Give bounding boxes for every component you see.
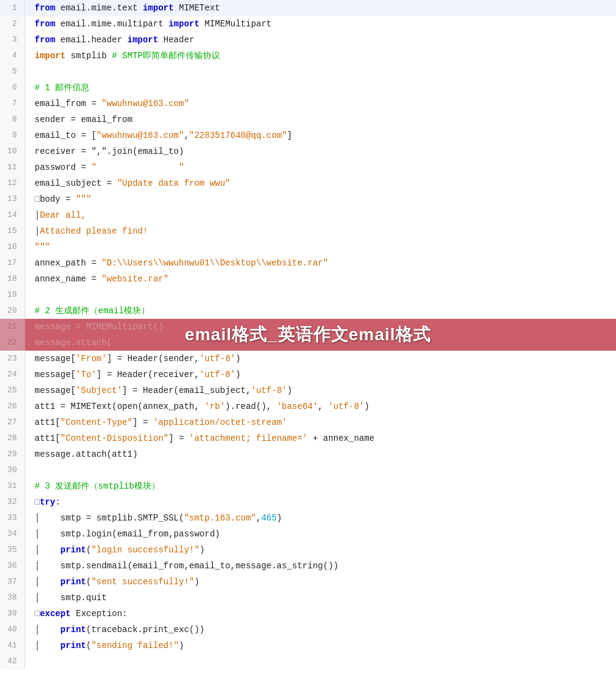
line-number: 32 bbox=[0, 494, 25, 510]
line-code bbox=[25, 462, 616, 478]
line-code: att1 = MIMEText(open(annex_path, 'rb').r… bbox=[25, 398, 616, 414]
line-code: │Attached please find! bbox=[25, 223, 616, 239]
line-number: 7 bbox=[0, 96, 25, 112]
table-row: 34│ smtp.login(email_from,password) bbox=[0, 526, 616, 542]
table-row: 24message['To'] = Header(receiver,'utf-8… bbox=[0, 367, 616, 383]
table-row: 16""" bbox=[0, 239, 616, 255]
line-code: message['From'] = Header(sender,'utf-8') bbox=[25, 351, 616, 367]
line-code: email_subject = "Update data from wwu" bbox=[25, 175, 616, 191]
code-table: 1from email.mime.text import MIMEText2fr… bbox=[0, 0, 616, 669]
line-code: │ smtp = smtplib.SMTP_SSL("smtp.163.com"… bbox=[25, 510, 616, 526]
table-row: 14│Dear all, bbox=[0, 207, 616, 223]
table-row: 29message.attach(att1) bbox=[0, 446, 616, 462]
line-code: from email.mime.multipart import MIMEMul… bbox=[25, 16, 616, 32]
table-row: 35│ print("login successfully!") bbox=[0, 542, 616, 558]
table-row: 17annex_path = "D:\\Users\\wwuhnwu01\\De… bbox=[0, 255, 616, 271]
table-row: 22message.attach( bbox=[0, 335, 616, 351]
line-code: □except Exception: bbox=[25, 606, 616, 622]
line-number: 19 bbox=[0, 287, 25, 303]
line-number: 1 bbox=[0, 0, 25, 16]
line-number: 4 bbox=[0, 48, 25, 64]
table-row: 19 bbox=[0, 287, 616, 303]
table-row: 33│ smtp = smtplib.SMTP_SSL("smtp.163.co… bbox=[0, 510, 616, 526]
line-number: 3 bbox=[0, 32, 25, 48]
table-row: 4import smtplib # SMTP即简单邮件传输协议 bbox=[0, 48, 616, 64]
line-code: message.attach( bbox=[25, 335, 616, 351]
line-number: 27 bbox=[0, 414, 25, 430]
line-code: annex_path = "D:\\Users\\wwuhnwu01\\Desk… bbox=[25, 255, 616, 271]
line-code: receiver = ",".join(email_to) bbox=[25, 143, 616, 159]
line-number: 23 bbox=[0, 351, 25, 367]
line-number: 15 bbox=[0, 223, 25, 239]
line-number: 9 bbox=[0, 128, 25, 143]
table-row: 23message['From'] = Header(sender,'utf-8… bbox=[0, 351, 616, 367]
line-number: 37 bbox=[0, 574, 25, 590]
line-code: import smtplib # SMTP即简单邮件传输协议 bbox=[25, 48, 616, 64]
line-number: 8 bbox=[0, 112, 25, 128]
line-number: 31 bbox=[0, 478, 25, 494]
line-code: message = MIMEMultipart() bbox=[25, 319, 616, 335]
table-row: 7email_from = "wwuhnwu@163.com" bbox=[0, 96, 616, 112]
table-row: 2from email.mime.multipart import MIMEMu… bbox=[0, 16, 616, 32]
line-number: 6 bbox=[0, 80, 25, 96]
line-number: 12 bbox=[0, 175, 25, 191]
line-code bbox=[25, 287, 616, 303]
line-number: 30 bbox=[0, 462, 25, 478]
table-row: 38│ smtp.quit bbox=[0, 590, 616, 606]
line-number: 20 bbox=[0, 303, 25, 319]
line-number: 25 bbox=[0, 383, 25, 398]
line-code: │ print("sent successfully!") bbox=[25, 574, 616, 590]
line-number: 21 bbox=[0, 319, 25, 335]
table-row: 6# 1 邮件信息 bbox=[0, 80, 616, 96]
line-code: password = " " bbox=[25, 159, 616, 175]
table-row: 25message['Subject'] = Header(email_subj… bbox=[0, 383, 616, 398]
line-number: 39 bbox=[0, 606, 25, 622]
table-row: 21message = MIMEMultipart() bbox=[0, 319, 616, 335]
table-row: 32□try: bbox=[0, 494, 616, 510]
table-row: 37│ print("sent successfully!") bbox=[0, 574, 616, 590]
line-number: 13 bbox=[0, 191, 25, 207]
line-code: message.attach(att1) bbox=[25, 446, 616, 462]
table-row: 18annex_name = "website.rar" bbox=[0, 271, 616, 287]
line-code: # 1 邮件信息 bbox=[25, 80, 616, 96]
line-number: 18 bbox=[0, 271, 25, 287]
line-code: from email.mime.text import MIMEText bbox=[25, 0, 616, 16]
line-number: 5 bbox=[0, 64, 25, 80]
line-number: 41 bbox=[0, 638, 25, 654]
line-code: email_to = ["wwuhnwu@163.com","228351764… bbox=[25, 128, 616, 143]
line-code: from email.header import Header bbox=[25, 32, 616, 48]
table-row: 27att1["Content-Type"] = 'application/oc… bbox=[0, 414, 616, 430]
table-row: 20# 2 生成邮件（email模块） bbox=[0, 303, 616, 319]
table-row: 39□except Exception: bbox=[0, 606, 616, 622]
table-row: 31# 3 发送邮件（smtplib模块） bbox=[0, 478, 616, 494]
line-number: 28 bbox=[0, 430, 25, 446]
line-code: │Dear all, bbox=[25, 207, 616, 223]
line-code: □body = """ bbox=[25, 191, 616, 207]
table-row: 5 bbox=[0, 64, 616, 80]
table-row: 3from email.header import Header bbox=[0, 32, 616, 48]
line-code bbox=[25, 64, 616, 80]
line-number: 29 bbox=[0, 446, 25, 462]
line-number: 26 bbox=[0, 398, 25, 414]
line-number: 10 bbox=[0, 143, 25, 159]
line-code: │ smtp.sendmail(email_from,email_to,mess… bbox=[25, 558, 616, 574]
line-number: 36 bbox=[0, 558, 25, 574]
table-row: 15│Attached please find! bbox=[0, 223, 616, 239]
line-number: 16 bbox=[0, 239, 25, 255]
line-number: 35 bbox=[0, 542, 25, 558]
table-row: 12email_subject = "Update data from wwu" bbox=[0, 175, 616, 191]
line-number: 2 bbox=[0, 16, 25, 32]
table-row: 41│ print("sending failed!") bbox=[0, 638, 616, 654]
line-code: att1["Content-Type"] = 'application/octe… bbox=[25, 414, 616, 430]
table-row: 1from email.mime.text import MIMEText bbox=[0, 0, 616, 16]
line-number: 33 bbox=[0, 510, 25, 526]
table-row: 40│ print(traceback.print_exc()) bbox=[0, 622, 616, 638]
table-row: 11password = " " bbox=[0, 159, 616, 175]
line-code: □try: bbox=[25, 494, 616, 510]
line-number: 34 bbox=[0, 526, 25, 542]
line-code: │ print("login successfully!") bbox=[25, 542, 616, 558]
line-code: """ bbox=[25, 239, 616, 255]
line-number: 38 bbox=[0, 590, 25, 606]
table-row: 30 bbox=[0, 462, 616, 478]
line-code: │ print("sending failed!") bbox=[25, 638, 616, 654]
